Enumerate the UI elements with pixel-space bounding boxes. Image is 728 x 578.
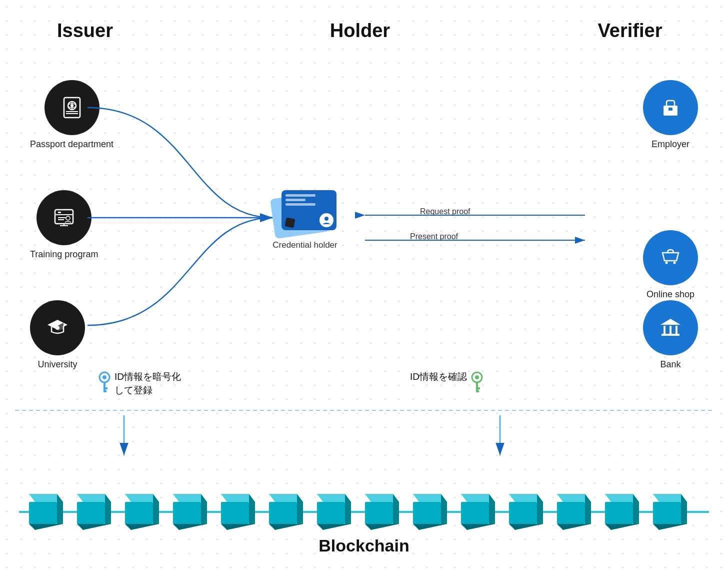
right-key-text: ID情報を確認 [410, 370, 467, 384]
holder-header: Holder [270, 20, 450, 42]
svg-rect-39 [476, 390, 479, 392]
main-diagram: Issuer Holder Verifier Passport departme… [0, 0, 728, 578]
blockchain-block-10 [503, 494, 543, 530]
blockchain-block-6 [311, 494, 351, 530]
issuer-training: Training program [30, 190, 98, 260]
svg-rect-61 [221, 502, 249, 524]
verifier-bank: Bank [643, 300, 698, 370]
bank-icon-circle [643, 300, 698, 355]
svg-point-36 [475, 375, 479, 379]
svg-marker-48 [77, 524, 111, 530]
university-icon-circle [30, 300, 85, 355]
blockchain-block-8 [407, 494, 447, 530]
svg-marker-52 [153, 494, 159, 524]
verifier-header: Verifier [550, 20, 710, 42]
svg-rect-56 [173, 502, 201, 524]
svg-point-17 [56, 326, 60, 330]
svg-marker-47 [105, 494, 111, 524]
svg-marker-73 [317, 524, 351, 530]
blockchain-block-12 [599, 494, 639, 530]
svg-marker-98 [557, 524, 591, 530]
blockchain-block-0 [23, 494, 63, 530]
svg-rect-25 [670, 326, 672, 334]
svg-rect-91 [509, 502, 537, 524]
blockchain-section: Blockchain [0, 494, 728, 555]
blockchain-block-1 [71, 494, 111, 530]
svg-marker-102 [633, 494, 639, 524]
card-lines [286, 194, 332, 206]
request-proof-label: Request proof [420, 207, 470, 216]
training-icon [51, 205, 77, 231]
svg-marker-78 [365, 524, 399, 530]
blockchain-block-2 [119, 494, 159, 530]
svg-marker-83 [413, 524, 447, 530]
passport-icon-circle [44, 80, 100, 135]
card-line-3 [286, 203, 316, 206]
svg-rect-51 [125, 502, 153, 524]
svg-marker-87 [489, 494, 495, 524]
svg-rect-96 [557, 502, 585, 524]
blockchain-label: Blockchain [318, 536, 409, 555]
passport-to-holder-arrow [88, 108, 272, 218]
svg-point-31 [102, 375, 106, 379]
svg-marker-107 [681, 494, 687, 524]
blockchain-block-9 [455, 494, 495, 530]
blockchain-row [19, 494, 709, 530]
card-front [282, 190, 336, 230]
blockchain-block-3 [167, 494, 207, 530]
svg-point-14 [66, 216, 70, 220]
svg-rect-41 [29, 502, 57, 524]
issuer-passport: Passport department [30, 80, 114, 150]
left-key-text: ID情報を暗号化して登録 [114, 370, 181, 397]
svg-marker-58 [173, 524, 207, 530]
svg-point-22 [674, 262, 676, 264]
svg-rect-106 [653, 502, 681, 524]
svg-marker-53 [125, 524, 159, 530]
svg-marker-43 [29, 524, 63, 530]
card-tag [285, 218, 296, 228]
right-key-annotation: ID情報を確認 [410, 370, 484, 395]
svg-marker-57 [201, 494, 207, 524]
svg-point-18 [324, 217, 328, 221]
bank-icon [658, 315, 684, 341]
bank-label: Bank [660, 359, 680, 370]
svg-rect-101 [605, 502, 633, 524]
university-to-holder-arrow [88, 218, 272, 325]
svg-rect-33 [104, 387, 108, 389]
verifier-online-shop: Online shop [643, 230, 698, 300]
svg-rect-71 [317, 502, 345, 524]
svg-marker-92 [537, 494, 543, 524]
university-label: University [38, 359, 77, 370]
issuer-university: University [30, 300, 85, 370]
svg-rect-20 [668, 108, 672, 111]
svg-rect-46 [77, 502, 105, 524]
employer-icon-circle [643, 80, 698, 135]
employer-icon [658, 95, 684, 121]
online-shop-icon-circle [643, 230, 698, 285]
employer-label: Employer [652, 139, 690, 150]
svg-marker-97 [585, 494, 591, 524]
svg-marker-108 [653, 524, 687, 530]
left-key-annotation: ID情報を暗号化して登録 [98, 370, 181, 397]
blue-key-icon [98, 370, 112, 395]
present-proof-label: Present proof [410, 232, 458, 241]
svg-marker-62 [249, 494, 255, 524]
svg-marker-88 [461, 524, 495, 530]
svg-marker-93 [509, 524, 543, 530]
blockchain-block-7 [359, 494, 399, 530]
training-icon-circle [36, 190, 92, 245]
card-line-2 [286, 199, 306, 201]
svg-rect-81 [413, 502, 441, 524]
training-label: Training program [30, 249, 98, 260]
svg-marker-42 [57, 494, 63, 524]
blockchain-block-4 [215, 494, 255, 530]
passport-label: Passport department [30, 139, 114, 150]
svg-marker-63 [221, 524, 255, 530]
svg-rect-38 [476, 387, 480, 389]
svg-marker-72 [345, 494, 351, 524]
verifier-employer: Employer [643, 80, 698, 150]
issuer-header: Issuer [20, 20, 150, 42]
svg-marker-23 [660, 319, 680, 325]
svg-rect-26 [676, 326, 678, 334]
green-key-icon [470, 370, 484, 395]
